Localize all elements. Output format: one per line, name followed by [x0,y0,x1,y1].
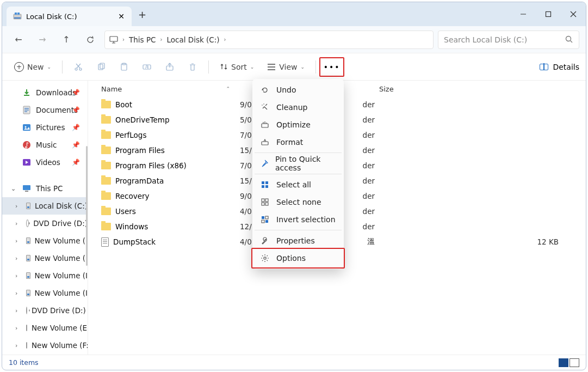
sort-icon [220,63,228,71]
sidebar-item-drive[interactable]: ›New Volume (I [2,267,88,284]
sidebar-item-drive[interactable]: ›DVD Drive (D:) [2,215,88,232]
sidebar-item-drive[interactable]: ›Local Disk (C:) [2,197,88,215]
sidebar-item-videos[interactable]: Videos📌 [2,154,88,171]
svg-rect-43 [262,181,264,184]
breadcrumb-segment[interactable]: This PC [129,35,156,44]
active-tab[interactable]: Local Disk (C:) ✕ [7,7,132,26]
menu-item-pin-to-quick-access[interactable]: Pin to Quick access [255,155,342,172]
view-thumbnails-toggle[interactable] [570,358,579,367]
menu-item-cleanup[interactable]: Cleanup [255,99,342,116]
search-input[interactable] [444,35,565,44]
sidebar-item-drive[interactable]: ›DVD Drive (D:) C [2,302,88,319]
view-button[interactable]: View ⌄ [262,58,310,76]
breadcrumb-segment[interactable]: Local Disk (C:) [166,35,219,44]
menu-item-properties[interactable]: Properties [255,232,342,249]
sidebar-item-pictures[interactable]: Pictures📌 [2,119,88,136]
pin-icon: 📌 [72,141,80,149]
chevron-right-icon[interactable]: › [15,307,17,314]
maximize-button[interactable] [536,2,561,26]
chevron-right-icon[interactable]: › [160,36,162,42]
menu-item-undo[interactable]: Undo [255,81,342,99]
file-explorer-window: Local Disk (C:) ✕ + ← → ↑ › This PC › Lo… [2,2,586,370]
sidebar-item-drive[interactable]: ›New Volume (F:) [2,337,88,354]
sidebar-item-drive[interactable]: ›New Volume (I [2,249,88,267]
chevron-right-icon[interactable]: › [15,325,17,332]
close-tab-button[interactable]: ✕ [117,13,125,20]
delete-button[interactable] [182,58,203,76]
svg-point-14 [79,68,82,70]
svg-rect-33 [23,124,30,131]
disk-icon [26,290,30,296]
videos-icon [22,157,32,167]
folder-icon [101,162,111,169]
chevron-right-icon[interactable]: › [15,342,17,349]
sidebar-item-downloads[interactable]: Downloads📌 [2,84,88,101]
sort-button[interactable]: Sort ⌄ [214,58,259,76]
forward-button[interactable]: → [33,30,52,50]
svg-point-34 [25,126,27,128]
sort-label: Sort [231,63,247,71]
chevron-right-icon[interactable]: › [15,237,17,245]
share-button[interactable] [159,58,180,76]
menu-item-optimize[interactable]: Optimize [255,116,342,133]
chevron-right-icon[interactable]: › [224,36,226,42]
menu-item-format[interactable]: Format [255,133,342,151]
svg-point-13 [75,68,77,70]
svg-rect-38 [25,191,28,192]
svg-rect-37 [23,185,30,190]
dvd-icon [26,219,29,227]
menu-item-options[interactable]: Options [255,249,342,267]
selectall-icon [260,180,270,190]
rename-button[interactable]: A [137,58,157,76]
close-button[interactable] [561,2,586,26]
address-bar[interactable]: › This PC › Local Disk (C:) › [104,31,434,49]
folder-icon [101,116,111,124]
gear-icon [260,253,270,263]
sidebar-item-documents[interactable]: Documents📌 [2,101,88,119]
column-header-size[interactable]: Size [379,85,586,93]
details-pane-icon [540,64,548,70]
copy-button[interactable] [91,58,112,76]
chevron-right-icon[interactable]: › [122,36,125,42]
sidebar-item-music[interactable]: Music📌 [2,136,88,154]
view-label: View [279,63,297,71]
search-box[interactable] [438,31,579,49]
menu-separator [255,153,342,153]
folder-icon [101,147,111,154]
chevron-right-icon[interactable]: › [15,290,17,297]
svg-rect-48 [265,199,268,202]
command-toolbar: + New ⌄ A Sort ⌄ View ⌄ ••• Details [2,53,586,81]
folder-icon [101,101,111,108]
chevron-down-icon[interactable]: ⌄ [11,185,16,192]
menu-item-select-none[interactable]: Select none [255,193,342,211]
chevron-right-icon[interactable]: › [15,203,17,210]
new-button[interactable]: + New ⌄ [9,58,57,76]
selectnone-icon [260,197,270,207]
minimize-button[interactable] [511,2,536,26]
cut-button[interactable] [68,58,89,76]
more-menu-button[interactable]: ••• [321,59,342,75]
svg-rect-52 [265,216,268,219]
view-details-toggle[interactable] [559,358,568,367]
search-icon[interactable] [565,35,573,44]
svg-rect-8 [110,36,117,41]
wrench-icon [260,236,270,246]
sidebar-scrollbar[interactable] [86,146,88,266]
sidebar-item-thispc[interactable]: ⌄This PC [2,180,88,197]
new-tab-button[interactable]: + [138,9,146,20]
menu-item-invert-selection[interactable]: Invert selection [255,211,342,228]
refresh-button[interactable] [81,30,100,50]
chevron-right-icon[interactable]: › [15,255,17,262]
menu-item-select-all[interactable]: Select all [255,176,342,193]
chevron-right-icon[interactable]: › [15,220,17,227]
details-pane-button[interactable]: Details [540,63,579,71]
up-button[interactable]: ↑ [57,30,76,50]
sidebar-item-drive[interactable]: ›New Volume (E:) [2,319,88,337]
back-button[interactable]: ← [9,30,28,50]
column-header-name[interactable]: Name⌃ [101,85,240,93]
chevron-right-icon[interactable]: › [15,272,17,279]
sidebar-item-drive[interactable]: ›New Volume (I [2,232,88,249]
disk-icon [26,203,30,209]
paste-button[interactable] [114,58,134,76]
sidebar-item-drive[interactable]: ›New Volume (I [2,284,88,302]
